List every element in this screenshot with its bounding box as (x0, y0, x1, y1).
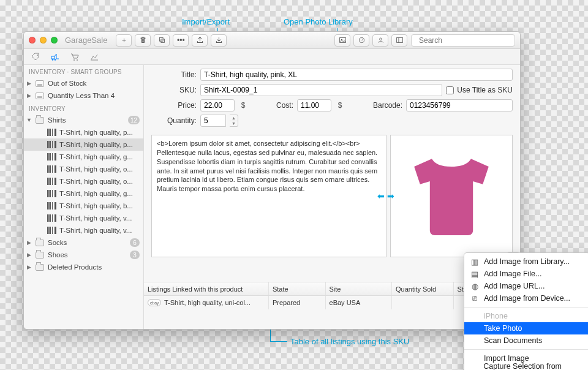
sidebar-toggle-button[interactable] (391, 34, 407, 47)
barcode-input[interactable] (406, 99, 513, 111)
sidebar-item-product[interactable]: T-Shirt, high quality, v... (24, 224, 143, 236)
menu-item-label: Add Image from Device... (484, 294, 570, 303)
col-listings[interactable]: Listings Linked with this product (144, 282, 269, 295)
import-button[interactable] (192, 34, 208, 47)
cart-icon (70, 52, 80, 62)
sync-button[interactable] (353, 34, 369, 47)
checkbox-input[interactable] (446, 86, 454, 94)
sidebar-item-product[interactable]: T-Shirt, high quality, g... (24, 151, 143, 163)
menu-item[interactable]: ⎚Add Image from Device... (464, 292, 588, 304)
product-form: Title: SKU: Use Title as SKU Price: $ (144, 65, 520, 130)
menu-item[interactable]: ◍Add Image URL... (464, 280, 588, 292)
sidebar-item-product[interactable]: T-Shirt, high quality, p... (24, 138, 143, 151)
zoom-window-button[interactable] (51, 37, 58, 43)
mode-listings[interactable] (29, 50, 42, 64)
sidebar-item-label: T-Shirt, high quality, b... (59, 202, 140, 210)
sidebar-item-label: T-Shirt, high quality, v... (59, 214, 140, 222)
sidebar-icon (396, 36, 404, 44)
mode-inventory[interactable] (48, 50, 62, 64)
price-input[interactable] (200, 99, 235, 111)
quantity-stepper[interactable]: ▲▼ (230, 115, 238, 127)
sidebar-folder-socks[interactable]: ▶ Socks 6 (24, 236, 143, 249)
disclosure-icon[interactable]: ▶ (26, 264, 32, 270)
row-name: T-Shirt, high quality, uni-col... (164, 299, 251, 306)
sidebar-smart-low-qty[interactable]: ▶ Quantity Less Than 4 (24, 89, 143, 102)
menu-item[interactable]: Scan Documents (464, 334, 588, 347)
close-window-button[interactable] (29, 37, 36, 43)
product-photo[interactable]: ⬅ ➡ + (390, 135, 513, 257)
barcode-icon (47, 227, 56, 234)
sidebar-smart-out-of-stock[interactable]: ▶ Out of Stock (24, 77, 143, 89)
forklift-icon (50, 52, 60, 62)
add-image-context-menu: ▥Add Image from Library...▤Add Image Fil… (464, 252, 588, 370)
sku-input[interactable] (200, 84, 442, 96)
sidebar-item-product[interactable]: T-Shirt, high quality, b... (24, 200, 143, 212)
photo-library-button[interactable] (334, 34, 350, 47)
disclosure-icon[interactable]: ▶ (26, 80, 32, 86)
svg-rect-2 (339, 37, 345, 42)
label-barcode: Barcode: (366, 101, 402, 110)
menu-item[interactable]: Capture Selection from Screen (464, 364, 588, 370)
delete-button[interactable] (135, 34, 151, 47)
menu-item: iPhone (464, 310, 588, 322)
callout-label: Import/Export (182, 17, 230, 26)
search-input[interactable] (419, 36, 511, 45)
sidebar-folder-shoes[interactable]: ▶ Shoes 3 (24, 249, 143, 261)
sidebar-folder-deleted[interactable]: ▶ Deleted Products (24, 261, 143, 273)
currency-symbol: $ (335, 101, 345, 110)
menu-item[interactable]: ▥Add Image from Library... (464, 255, 588, 268)
col-state[interactable]: State (269, 282, 326, 295)
menu-item-label: Capture Selection from Screen (483, 362, 582, 370)
sidebar-item-product[interactable]: T-Shirt, high quality, v... (24, 212, 143, 224)
barcode-icon (47, 214, 56, 222)
title-input[interactable] (200, 69, 513, 81)
disclosure-icon[interactable]: ▶ (26, 240, 32, 246)
device-icon: ⎚ (470, 294, 479, 303)
svg-rect-11 (51, 56, 55, 59)
sidebar-folder-shirts[interactable]: ▼ Shirts 12 (24, 114, 143, 126)
menu-item[interactable]: Take Photo (464, 322, 588, 334)
label-sku: SKU: (144, 86, 197, 94)
sidebar[interactable]: INVENTORY · SMART GROUPS ▶ Out of Stock … (24, 65, 144, 329)
barcode-icon (47, 178, 56, 185)
col-site[interactable]: Site (326, 282, 392, 295)
description-textarea[interactable]: <b>Lorem ipsum dolor sit amet, consectet… (151, 135, 386, 257)
barcode-icon (47, 129, 56, 136)
step-up-icon[interactable]: ▲ (230, 115, 238, 121)
duplicate-button[interactable] (154, 34, 170, 47)
callout-label: Table of all listings using this SKU (290, 337, 409, 346)
menu-item[interactable]: ▤Add Image File... (464, 268, 588, 280)
sidebar-item-product[interactable]: T-Shirt, high quality, g... (24, 187, 143, 200)
more-button[interactable]: ••• (173, 34, 189, 47)
use-title-as-sku-checkbox[interactable]: Use Title as SKU (446, 86, 513, 94)
folder-icon (36, 252, 44, 259)
disclosure-icon[interactable]: ▼ (26, 117, 32, 123)
disclosure-icon[interactable]: ▶ (26, 92, 32, 99)
search-field[interactable] (411, 34, 515, 47)
next-photo-button[interactable]: ➡ (387, 191, 394, 201)
sidebar-item-label: T-Shirt, high quality, g... (59, 190, 140, 197)
disclosure-icon[interactable]: ▶ (26, 252, 32, 258)
add-button[interactable]: + (116, 34, 132, 47)
mode-orders[interactable] (68, 50, 81, 64)
prev-photo-button[interactable]: ⬅ (377, 191, 385, 201)
export-button[interactable] (211, 34, 227, 47)
sidebar-item-product[interactable]: T-Shirt, high quality, p... (24, 126, 143, 138)
app-title: GarageSale (65, 36, 107, 45)
svg-point-4 (359, 37, 364, 42)
photo-icon (339, 36, 347, 44)
col-qty[interactable]: Quantity Sold (392, 282, 454, 295)
sidebar-item-product[interactable]: T-Shirt, high quality, o... (24, 175, 143, 187)
menu-item-label: Add Image File... (484, 270, 542, 278)
cost-input[interactable] (297, 99, 331, 111)
mode-reports[interactable] (88, 50, 101, 64)
account-button[interactable] (372, 34, 388, 47)
import-icon (196, 36, 204, 44)
minimize-window-button[interactable] (40, 37, 47, 43)
callout-open-photo-library: Open Photo Library (284, 17, 353, 26)
count-badge: 6 (130, 238, 140, 247)
quantity-input[interactable] (200, 115, 226, 127)
step-down-icon[interactable]: ▼ (230, 121, 238, 127)
svg-rect-6 (396, 37, 402, 42)
sidebar-item-product[interactable]: T-Shirt, high quality, o... (24, 163, 143, 175)
